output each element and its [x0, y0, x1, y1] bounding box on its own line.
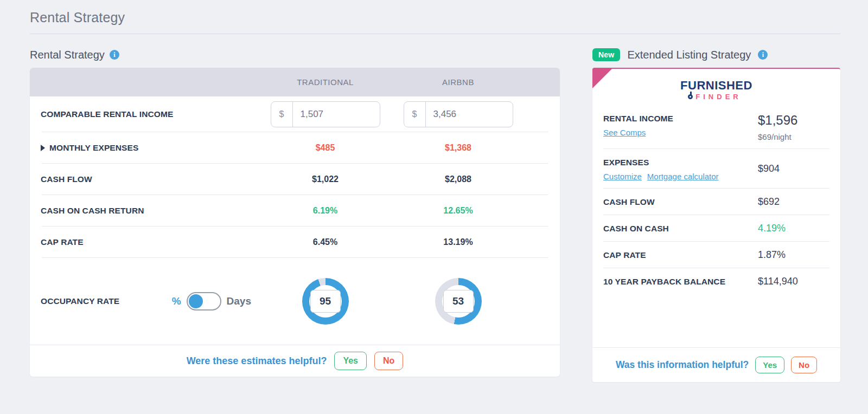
- row-label: CASH FLOW: [603, 196, 655, 207]
- ff-cap-rate-row: CAP RATE 1.87%: [592, 242, 840, 268]
- row-label: 10 YEAR PAYBACK BALANCE: [603, 276, 725, 287]
- airbnb-monthly-expenses: $1,368: [392, 143, 525, 153]
- page-title: Rental Strategy: [30, 10, 840, 25]
- row-label: COMPARABLE RENTAL INCOME: [41, 109, 259, 119]
- traditional-occupancy-donut: [302, 278, 349, 325]
- feedback-question: Were these estimates helpful?: [187, 355, 327, 367]
- airbnb-cash-on-cash: 12.65%: [392, 206, 525, 216]
- cash-on-cash-return-row: CASH ON CASH RETURN 6.19% 12.65%: [30, 195, 560, 226]
- traditional-income-input-group: $: [271, 101, 380, 127]
- rental-strategy-page: Rental Strategy Rental Strategy TRADITIO…: [0, 0, 868, 382]
- info-feedback-row: Was this information helpful? Yes No: [592, 347, 840, 382]
- row-label: CAP RATE: [41, 237, 259, 247]
- furnished-finder-logo: FURNISHED FINDER: [592, 69, 840, 105]
- rental-strategy-card: TRADITIONAL AIRBNB COMPARABLE RENTAL INC…: [30, 68, 560, 377]
- rental-income-row: RENTAL INCOME See Comps $1,596 $69/night: [592, 105, 840, 148]
- airbnb-cash-flow: $2,088: [392, 174, 525, 184]
- extended-listing-title: Extended Listing Strategy: [627, 49, 751, 61]
- traditional-monthly-expenses: $485: [259, 143, 392, 153]
- expenses-value: $904: [758, 163, 829, 174]
- new-badge: New: [592, 48, 620, 61]
- traditional-cash-on-cash: 6.19%: [259, 206, 392, 216]
- rental-strategy-section: Rental Strategy TRADITIONAL AIRBNB COMPA…: [30, 47, 560, 382]
- cap-rate-row: CAP RATE 6.45% 13.19%: [30, 227, 560, 257]
- airbnb-occupancy-donut: [435, 278, 482, 325]
- traditional-occupancy-input[interactable]: [310, 290, 341, 313]
- airbnb-cap-rate: 13.19%: [392, 237, 525, 247]
- traditional-income-input[interactable]: [293, 109, 380, 120]
- mortgage-calculator-link[interactable]: Mortgage calculator: [647, 172, 719, 181]
- ff-cash-flow-row: CASH FLOW $692: [592, 189, 840, 215]
- currency-prefix: $: [271, 102, 293, 127]
- row-label: CASH FLOW: [41, 174, 259, 184]
- airbnb-income-input-group: $: [404, 101, 513, 127]
- monthly-expenses-expander[interactable]: MONTHLY EXPENSES: [41, 143, 259, 153]
- row-label: CASH ON CASH RETURN: [41, 206, 259, 216]
- comparable-rental-income-row: COMPARABLE RENTAL INCOME $ $: [30, 96, 560, 132]
- row-label: CAP RATE: [603, 249, 646, 260]
- row-label: RENTAL INCOME: [603, 113, 673, 124]
- header-divider: [30, 34, 840, 34]
- row-label: MONTHLY EXPENSES: [49, 143, 138, 153]
- row-label: CASH ON CASH: [603, 223, 669, 234]
- feedback-question: Was this information helpful?: [616, 359, 749, 371]
- traditional-cash-flow: $1,022: [259, 174, 392, 184]
- logo-text-finder: FINDER: [695, 93, 741, 101]
- currency-prefix: $: [404, 102, 426, 127]
- key-icon: [688, 94, 693, 99]
- estimates-yes-button[interactable]: Yes: [334, 352, 367, 370]
- page-header: Rental Strategy: [30, 0, 840, 34]
- column-header-traditional: TRADITIONAL: [259, 77, 392, 87]
- see-comps-link[interactable]: See Comps: [603, 128, 646, 137]
- furnished-finder-card: FURNISHED FINDER RENTAL INCOME See Comps: [592, 68, 840, 382]
- traditional-cap-rate: 6.45%: [259, 237, 392, 247]
- percent-option-label[interactable]: %: [172, 295, 181, 307]
- nightly-rate-value: $69/night: [758, 132, 829, 141]
- monthly-expenses-row: MONTHLY EXPENSES $485 $1,368: [30, 132, 560, 163]
- airbnb-occupancy-input[interactable]: [443, 290, 474, 313]
- info-icon[interactable]: [110, 50, 119, 60]
- occupancy-rate-row: OCCUPANCY RATE % Days: [30, 258, 560, 345]
- info-yes-button[interactable]: Yes: [755, 357, 784, 373]
- toggle-knob-icon: [189, 294, 203, 308]
- section-title: Rental Strategy: [30, 49, 105, 61]
- ff-cash-flow-value: $692: [758, 196, 829, 208]
- row-label: EXPENSES: [603, 157, 719, 167]
- ff-cap-rate-value: 1.87%: [758, 249, 829, 261]
- estimates-no-button[interactable]: No: [374, 352, 403, 370]
- info-icon[interactable]: [758, 50, 768, 60]
- table-header-row: TRADITIONAL AIRBNB: [30, 68, 560, 96]
- estimates-feedback-row: Were these estimates helpful? Yes No: [30, 345, 560, 377]
- airbnb-income-input[interactable]: [426, 109, 513, 120]
- payback-balance-row: 10 YEAR PAYBACK BALANCE $114,940: [592, 268, 840, 294]
- days-option-label[interactable]: Days: [227, 295, 251, 307]
- cash-flow-row: CASH FLOW $1,022 $2,088: [30, 164, 560, 195]
- expand-arrow-icon: [41, 145, 45, 151]
- column-header-airbnb: AIRBNB: [392, 77, 525, 87]
- ff-cash-on-cash-value: 4.19%: [758, 223, 829, 234]
- corner-ribbon-icon: [592, 69, 612, 88]
- extended-listing-section: New Extended Listing Strategy FURNISHED …: [592, 47, 840, 382]
- rental-income-value: $1,596: [758, 113, 829, 128]
- occupancy-unit-toggle[interactable]: [187, 292, 221, 310]
- customize-link[interactable]: Customize: [603, 172, 642, 181]
- ff-cash-on-cash-row: CASH ON CASH 4.19%: [592, 215, 840, 241]
- row-label: OCCUPANCY RATE: [41, 296, 119, 306]
- info-no-button[interactable]: No: [791, 357, 817, 373]
- occupancy-unit-toggle-group: % Days: [172, 292, 251, 310]
- expenses-row: EXPENSES Customize Mortgage calculator $…: [592, 149, 840, 188]
- logo-text-furnished: FURNISHED: [680, 80, 752, 92]
- payback-balance-value: $114,940: [758, 276, 829, 287]
